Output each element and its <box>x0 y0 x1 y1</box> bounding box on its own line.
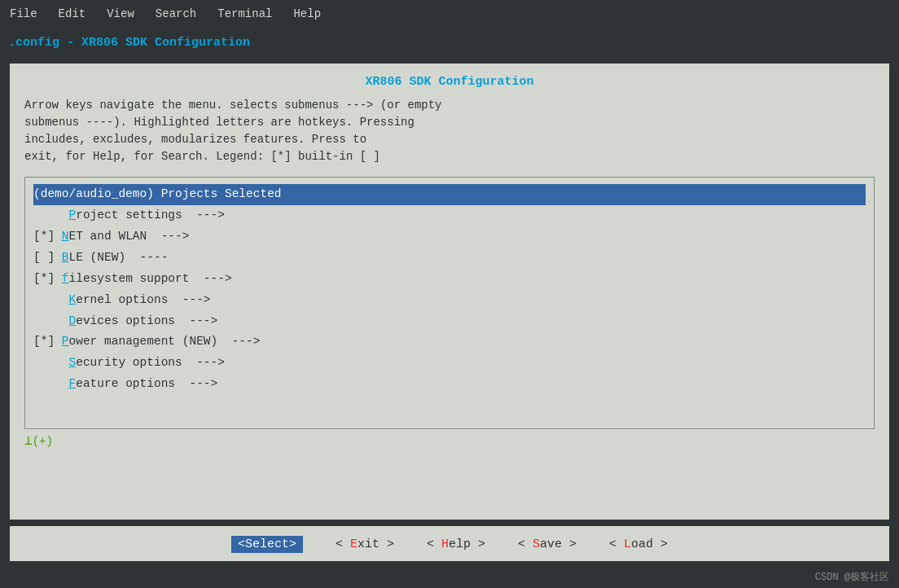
item-label: roject settings ---> <box>76 206 225 226</box>
menu-item-project-settings[interactable]: Project settings ---> <box>33 205 866 226</box>
menu-file[interactable]: File <box>7 4 41 24</box>
menu-item-power-management[interactable]: [*] Power management (NEW) ---> <box>33 331 866 353</box>
bracket: [*] <box>33 227 62 247</box>
bracket: [ ] <box>33 248 62 268</box>
hotkey-char: D <box>69 312 77 331</box>
menu-item-ble[interactable]: [ ] BLE (NEW) ---- <box>33 248 866 269</box>
hotkey-char: N <box>62 227 69 247</box>
menu-edit[interactable]: Edit <box>55 4 90 24</box>
bracket <box>33 291 69 310</box>
item-label: evices options ---> <box>76 312 217 331</box>
select-button[interactable]: <Select> <box>231 536 303 553</box>
hotkey-char: P <box>62 332 69 352</box>
menu-item-security-options[interactable]: Security options ---> <box>33 353 866 374</box>
item-label: ower management (NEW) ---> <box>69 332 261 352</box>
menu-help[interactable]: Help <box>290 4 324 24</box>
menu-terminal[interactable]: Terminal <box>214 4 275 24</box>
item-label: ernel options ---> <box>76 291 210 310</box>
bracket <box>33 353 69 373</box>
menu-view[interactable]: View <box>103 4 138 24</box>
titlebar-text: .config - XR806 SDK Configuration <box>8 36 250 50</box>
selected-label: (demo/audio_demo) Projects Selected <box>33 185 282 204</box>
bracket: [*] <box>33 270 62 289</box>
menu-item-kernel-options[interactable]: Kernel options ---> <box>33 290 866 311</box>
hotkey-char: B <box>62 248 69 268</box>
exit-button[interactable]: < Exit > <box>335 538 394 551</box>
load-hotkey: L <box>624 538 631 551</box>
main-content: XR806 SDK Configuration Arrow keys navig… <box>10 64 889 520</box>
hotkey-char: F <box>69 375 77 394</box>
load-button[interactable]: < Load > <box>609 538 668 551</box>
item-label: ET and WLAN ---> <box>69 227 190 247</box>
menu-item-projects-selected[interactable]: (demo/audio_demo) Projects Selected <box>33 184 866 205</box>
hotkey-char: P <box>69 206 77 226</box>
item-label: eature options ---> <box>76 375 217 394</box>
bracket <box>33 206 69 226</box>
item-label: ecurity options ---> <box>76 353 225 373</box>
item-label: LE (NEW) ---- <box>69 248 169 268</box>
menu-item-filesystem[interactable]: [*] filesystem support ---> <box>33 269 866 290</box>
exit-hotkey: E <box>350 538 357 551</box>
titlebar: .config - XR806 SDK Configuration <box>0 28 899 57</box>
bracket <box>33 375 69 394</box>
save-hotkey: S <box>533 538 540 551</box>
footer-text: CSDN @极客社区 <box>815 570 889 584</box>
help-button[interactable]: < Help > <box>427 538 485 551</box>
save-button[interactable]: < Save > <box>518 538 577 551</box>
bottom-bar: <Select> < Exit > < Help > < Save > < Lo… <box>10 526 889 561</box>
menu-item-net-wlan[interactable]: [*] NET and WLAN ---> <box>33 226 866 248</box>
footer: CSDN @极客社区 <box>0 565 899 588</box>
menu-item-devices-options[interactable]: Devices options ---> <box>33 311 866 332</box>
hotkey-char: f <box>62 270 69 289</box>
help-text: Arrow keys navigate the menu. selects su… <box>24 97 875 165</box>
menu-search[interactable]: Search <box>152 4 200 24</box>
config-title: XR806 SDK Configuration <box>24 75 875 89</box>
help-hotkey: H <box>441 538 449 551</box>
menu-box: (demo/audio_demo) Projects Selected Proj… <box>24 177 875 429</box>
bracket: [*] <box>33 332 62 352</box>
hotkey-char: S <box>69 353 77 373</box>
hotkey-char: K <box>69 291 77 310</box>
menu-item-feature-options[interactable]: Feature options ---> <box>33 374 866 395</box>
item-label: ilesystem support ---> <box>69 270 232 289</box>
scroll-indicator: ⊥(+) <box>24 432 875 449</box>
bracket <box>33 312 69 331</box>
menubar: File Edit View Search Terminal Help <box>0 0 899 28</box>
